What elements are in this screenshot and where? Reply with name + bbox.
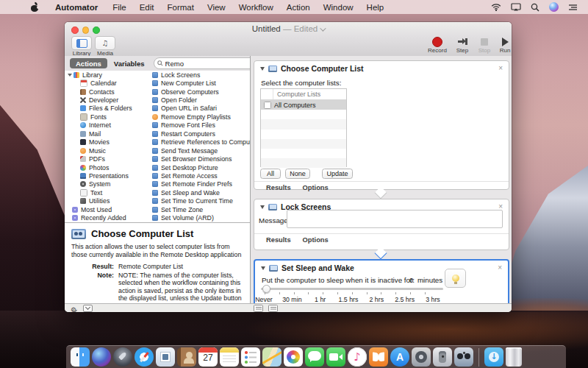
sidebar-item-mail[interactable]: Mail — [65, 130, 148, 138]
dock-photos-icon[interactable] — [284, 347, 303, 367]
dock-remote-desktop-icon[interactable] — [454, 347, 473, 367]
run-button[interactable]: Run — [492, 37, 512, 54]
collapse-triangle-icon[interactable] — [260, 205, 265, 209]
menu-item[interactable]: Automator — [49, 0, 106, 14]
action-list-item[interactable]: Retrieve References to Computers — [148, 138, 250, 146]
sidebar-item-internet[interactable]: Internet — [65, 121, 148, 130]
sidebar-item-files-folders[interactable]: Files & Folders — [65, 105, 148, 113]
results-link[interactable]: Results — [266, 236, 291, 244]
action-list-item[interactable]: Set Volume (ARD) — [148, 213, 250, 222]
action-list-item[interactable]: Open URL in Safari — [148, 105, 250, 113]
sidebar-item-recently-added[interactable]: Recently Added — [65, 213, 148, 222]
workflow-block-set-sleep-and-wake[interactable]: Set Sleep and Wake × Put the computer to… — [254, 259, 509, 303]
variables-view-toggle-icon[interactable] — [268, 305, 278, 312]
action-list-item[interactable]: Restart Computers — [148, 130, 250, 138]
notification-center-icon[interactable] — [568, 4, 578, 11]
action-gear-menu[interactable]: ⚙ — [71, 302, 76, 313]
action-list-item[interactable]: Set Browser Dimensions — [148, 155, 250, 163]
action-list-item[interactable]: Set Sleep and Wake — [148, 188, 250, 197]
menu-item[interactable]: Action — [280, 0, 317, 14]
step-button[interactable]: Step — [450, 37, 475, 54]
options-link[interactable]: Options — [303, 236, 329, 244]
siri-icon[interactable] — [549, 2, 559, 12]
sidebar-item-most-used[interactable]: Most Used — [65, 205, 148, 213]
sidebar-item-developer[interactable]: Developer — [65, 96, 148, 104]
tab-variables[interactable]: Variables — [114, 60, 145, 68]
menu-item[interactable]: View — [201, 0, 232, 14]
sleep-slider-knob[interactable] — [262, 285, 270, 293]
sidebar-item-text[interactable]: Text — [65, 188, 148, 197]
results-link[interactable]: Results — [266, 184, 291, 191]
dock-messages-icon[interactable] — [305, 347, 324, 367]
sidebar-item-system[interactable]: System — [65, 180, 148, 188]
sidebar-item-utilities[interactable]: Utilities — [65, 197, 148, 205]
dock-siri-icon[interactable] — [92, 347, 111, 367]
disclosure-triangle-icon[interactable] — [68, 74, 72, 77]
update-button[interactable]: Update — [322, 169, 353, 179]
dock-itunes-icon[interactable]: ♪ — [348, 347, 367, 367]
dock-contacts-icon[interactable] — [177, 347, 196, 367]
action-list-item[interactable]: Set Time to Current Time — [148, 197, 250, 205]
action-list-item[interactable]: Set Desktop Picture — [148, 163, 250, 171]
action-list-item[interactable]: Remove Font Files — [148, 121, 250, 130]
collapse-triangle-icon[interactable] — [261, 266, 265, 270]
options-link[interactable]: Options — [303, 184, 329, 191]
dock-launchpad-icon[interactable] — [113, 347, 132, 367]
sidebar-item-presentations[interactable]: Presentations — [65, 171, 148, 180]
action-list-item[interactable]: Open Folder — [148, 96, 250, 104]
sidebar-item-pdfs[interactable]: PDFs — [65, 155, 148, 163]
dock-notes-icon[interactable] — [220, 347, 239, 367]
action-list-item[interactable]: Send Text Message — [148, 146, 250, 155]
action-list-item[interactable]: Set Remote Access — [148, 171, 250, 180]
action-list-item[interactable]: Remove Empty Playlists — [148, 113, 250, 121]
dock-system-preferences-icon[interactable] — [412, 347, 431, 367]
log-view-toggle-icon[interactable] — [254, 305, 263, 312]
spotlight-icon[interactable] — [531, 3, 539, 12]
sidebar-item-photos[interactable]: Photos — [65, 163, 148, 171]
dock-appstore-icon[interactable]: A — [390, 347, 409, 367]
collapse-triangle-icon[interactable] — [260, 67, 265, 71]
action-list-item[interactable]: Lock Screens — [148, 71, 250, 79]
menu-item[interactable]: Window — [317, 0, 360, 14]
display-mirroring-icon[interactable] — [511, 3, 521, 11]
wifi-icon[interactable] — [491, 3, 501, 11]
all-button[interactable]: All — [260, 169, 281, 179]
apple-menu-icon[interactable] — [31, 3, 38, 12]
sidebar-item-library[interactable]: Library — [65, 71, 148, 79]
remove-action-icon[interactable]: × — [498, 65, 503, 72]
tab-actions[interactable]: Actions — [70, 58, 107, 68]
sidebar-item-music[interactable]: Music — [65, 146, 148, 155]
sidebar-item-fonts[interactable]: Fonts — [65, 113, 148, 121]
dock-ibooks-icon[interactable] — [369, 347, 388, 367]
dock-reminders-icon[interactable] — [241, 347, 260, 367]
sidebar-item-movies[interactable]: Movies — [65, 138, 148, 146]
dock-safari-icon[interactable] — [135, 347, 154, 367]
dock-automator-icon[interactable] — [433, 347, 452, 367]
idle-sleep-toggle-button[interactable] — [445, 269, 466, 288]
sleep-slider-track[interactable] — [261, 288, 443, 290]
action-list-item[interactable]: New Computer List — [148, 79, 250, 87]
media-toolbar-button[interactable]: ♫ Media — [94, 36, 116, 57]
menu-item[interactable]: Help — [360, 0, 391, 14]
action-list-item[interactable]: Observe Computers — [148, 88, 250, 96]
sidebar-item-calendar[interactable]: Calendar — [65, 79, 148, 87]
menu-item[interactable]: Edit — [133, 0, 161, 14]
menu-item[interactable]: Workflow — [232, 0, 280, 14]
sidebar-item-contacts[interactable]: Contacts — [65, 88, 148, 96]
action-list-item[interactable]: Set Remote Finder Prefs — [148, 180, 250, 188]
dock-calendar-icon[interactable]: 27 — [198, 347, 218, 367]
dock-finder-icon[interactable] — [71, 347, 90, 367]
none-button[interactable]: None — [285, 169, 310, 179]
title-chevron-icon[interactable] — [320, 25, 326, 31]
search-input[interactable] — [165, 60, 258, 68]
dock-maps-icon[interactable] — [262, 347, 282, 367]
workflow-block-choose-computer-list[interactable]: Choose Computer List × Select the comput… — [254, 60, 509, 190]
dock-mail-icon[interactable] — [156, 347, 175, 367]
table-row-all-computers[interactable]: All Computers — [261, 100, 346, 110]
dock-facetime-icon[interactable] — [326, 347, 345, 367]
remove-action-icon[interactable]: × — [498, 264, 502, 272]
action-list-item[interactable]: Set Time Zone — [148, 205, 250, 213]
workflow-block-lock-screens[interactable]: Lock Screens × Message Results Options — [254, 199, 509, 250]
computer-lists-table[interactable]: Computer Lists All Computers — [260, 88, 347, 167]
view-popup-button[interactable] — [83, 305, 93, 312]
